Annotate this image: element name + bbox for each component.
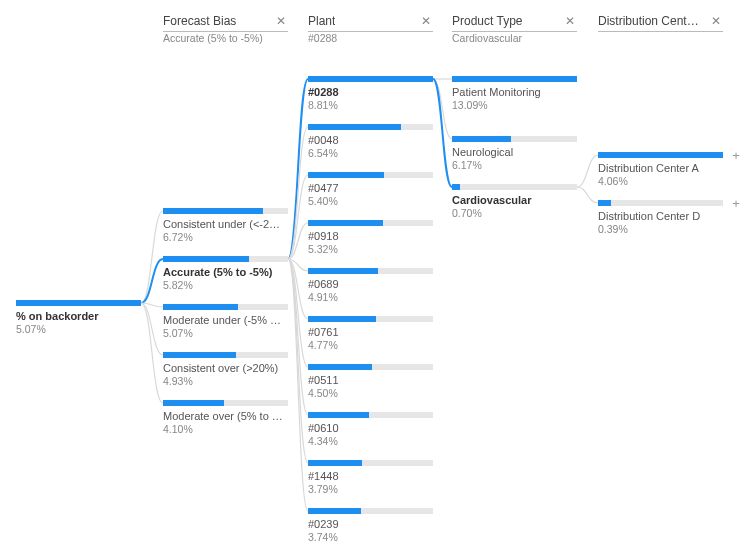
column-subtitle: Accurate (5% to -5%) [163,32,288,44]
node-plant-3[interactable]: #09185.32% [308,220,433,255]
node-value: 8.81% [308,99,433,111]
bar-fill [308,76,433,82]
column-header-forecast-bias[interactable]: Forecast Bias✕ [163,14,288,32]
node-value: 4.93% [163,375,288,387]
bar-fill [452,136,511,142]
column-subtitle: Cardiovascular [452,32,577,44]
bar-fill [163,208,263,214]
node-forecast-0[interactable]: Consistent under (<-2…6.72% [163,208,288,243]
bar-fill [308,124,401,130]
bar-track [308,220,433,226]
bar-track [308,172,433,178]
node-plant-5[interactable]: #07614.77% [308,316,433,351]
bar-fill [308,364,372,370]
node-plant-4[interactable]: #06894.91% [308,268,433,303]
node-label: #0761 [308,326,433,338]
node-forecast-3[interactable]: Consistent over (>20%)4.93% [163,352,288,387]
bar-fill [452,184,460,190]
connector [141,303,163,307]
connector [141,303,163,403]
bar-fill [598,200,611,206]
connector [577,155,598,187]
bar-track [163,256,288,262]
connector [288,259,308,367]
node-plant-2[interactable]: #04775.40% [308,172,433,207]
node-label: Accurate (5% to -5%) [163,266,288,278]
node-plant-1[interactable]: #00486.54% [308,124,433,159]
node-label: #0918 [308,230,433,242]
connector [141,211,163,303]
connector [577,187,598,203]
node-label: #1448 [308,470,433,482]
node-label: #0048 [308,134,433,146]
bar-track [308,412,433,418]
node-label: Moderate under (-5% … [163,314,288,326]
column-header-product-type[interactable]: Product Type✕ [452,14,577,32]
node-forecast-1[interactable]: Accurate (5% to -5%)5.82% [163,256,288,291]
bar-fill [308,220,383,226]
bar-track [308,460,433,466]
node-label: Neurological [452,146,577,158]
node-product-2[interactable]: Cardiovascular0.70% [452,184,577,219]
column-header-plant[interactable]: Plant✕ [308,14,433,32]
connector [433,79,452,187]
bar-fill [163,352,236,358]
bar-fill [308,412,369,418]
bar-track [308,268,433,274]
connector [288,79,308,259]
column-header-distribution-cent-[interactable]: Distribution Cent…✕ [598,14,723,32]
node-value: 4.34% [308,435,433,447]
connector [288,259,308,271]
expand-icon[interactable]: + [729,150,743,164]
node-plant-0[interactable]: #02888.81% [308,76,433,111]
node-product-0[interactable]: Patient Monitoring13.09% [452,76,577,111]
connector [141,303,163,355]
close-icon[interactable]: ✕ [419,14,433,28]
node-root[interactable]: % on backorder5.07% [16,300,141,335]
node-forecast-4[interactable]: Moderate over (5% to …4.10% [163,400,288,435]
node-label: Distribution Center A [598,162,723,174]
close-icon[interactable]: ✕ [709,14,723,28]
bar-fill [308,508,361,514]
node-label: % on backorder [16,310,141,322]
node-plant-6[interactable]: #05114.50% [308,364,433,399]
node-plant-9[interactable]: #02393.74% [308,508,433,543]
close-icon[interactable]: ✕ [274,14,288,28]
bar-track [16,300,141,306]
bar-track [163,352,288,358]
node-plant-7[interactable]: #06104.34% [308,412,433,447]
node-label: #0610 [308,422,433,434]
bar-track [163,304,288,310]
bar-track [308,508,433,514]
connector [141,259,163,303]
node-plant-8[interactable]: #14483.79% [308,460,433,495]
node-label: Cardiovascular [452,194,577,206]
bar-track [308,124,433,130]
connector [288,259,308,511]
node-value: 13.09% [452,99,577,111]
node-label: #0239 [308,518,433,530]
bar-fill [16,300,141,306]
connector [288,127,308,259]
node-value: 0.70% [452,207,577,219]
node-forecast-2[interactable]: Moderate under (-5% …5.07% [163,304,288,339]
bar-track [163,208,288,214]
node-label: Consistent over (>20%) [163,362,288,374]
node-value: 6.54% [308,147,433,159]
node-value: 5.40% [308,195,433,207]
close-icon[interactable]: ✕ [563,14,577,28]
bar-fill [163,304,238,310]
node-value: 5.07% [16,323,141,335]
node-dist-0[interactable]: Distribution Center A4.06% [598,152,723,187]
node-value: 3.79% [308,483,433,495]
expand-icon[interactable]: + [729,198,743,212]
bar-track [598,200,723,206]
node-label: Consistent under (<-2… [163,218,288,230]
connector [288,175,308,259]
node-dist-1[interactable]: Distribution Center D0.39% [598,200,723,235]
node-value: 3.74% [308,531,433,543]
column-title: Plant [308,14,335,28]
connector [288,259,308,319]
bar-track [308,364,433,370]
node-product-1[interactable]: Neurological6.17% [452,136,577,171]
